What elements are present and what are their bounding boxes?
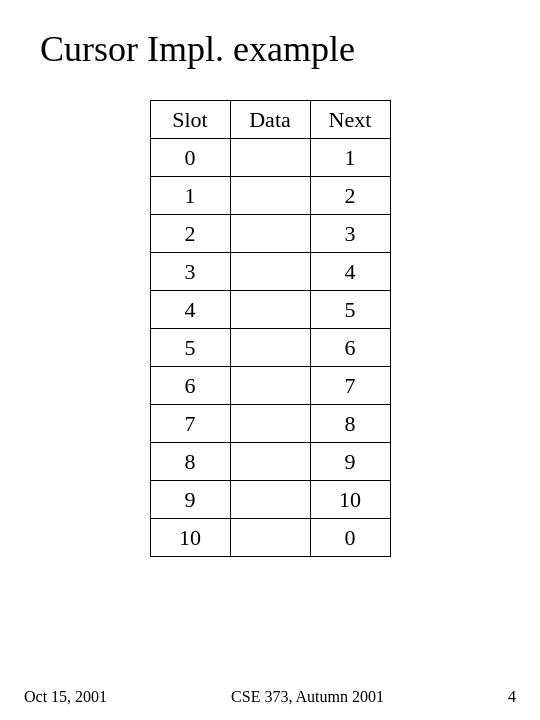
cell-slot-0: 0 xyxy=(150,139,230,177)
cell-slot-1: 1 xyxy=(150,177,230,215)
cell-next-9: 10 xyxy=(310,481,390,519)
cell-slot-10: 10 xyxy=(150,519,230,557)
cell-data-1 xyxy=(230,177,310,215)
cell-data-4 xyxy=(230,291,310,329)
cell-next-8: 9 xyxy=(310,443,390,481)
cursor-table: Slot Data Next 011223344556677889910100 xyxy=(150,100,391,557)
table-row: 78 xyxy=(150,405,390,443)
cell-next-3: 4 xyxy=(310,253,390,291)
col-header-data: Data xyxy=(230,101,310,139)
cell-data-0 xyxy=(230,139,310,177)
page-title: Cursor Impl. example xyxy=(0,0,540,90)
table-row: 01 xyxy=(150,139,390,177)
cell-data-7 xyxy=(230,405,310,443)
table-row: 67 xyxy=(150,367,390,405)
table-row: 45 xyxy=(150,291,390,329)
cell-slot-9: 9 xyxy=(150,481,230,519)
cell-next-10: 0 xyxy=(310,519,390,557)
cell-next-1: 2 xyxy=(310,177,390,215)
cell-data-5 xyxy=(230,329,310,367)
cell-data-3 xyxy=(230,253,310,291)
table-header-row: Slot Data Next xyxy=(150,101,390,139)
cell-next-5: 6 xyxy=(310,329,390,367)
cell-slot-4: 4 xyxy=(150,291,230,329)
cell-next-0: 1 xyxy=(310,139,390,177)
cell-data-8 xyxy=(230,443,310,481)
table-row: 12 xyxy=(150,177,390,215)
footer-date: Oct 15, 2001 xyxy=(24,688,107,706)
table-row: 100 xyxy=(150,519,390,557)
cell-data-6 xyxy=(230,367,310,405)
table-row: 89 xyxy=(150,443,390,481)
table-row: 23 xyxy=(150,215,390,253)
cell-data-2 xyxy=(230,215,310,253)
footer-course: CSE 373, Autumn 2001 xyxy=(231,688,384,706)
cell-next-6: 7 xyxy=(310,367,390,405)
cell-next-7: 8 xyxy=(310,405,390,443)
cell-slot-5: 5 xyxy=(150,329,230,367)
col-header-next: Next xyxy=(310,101,390,139)
footer: Oct 15, 2001 CSE 373, Autumn 2001 4 xyxy=(0,688,540,706)
footer-page: 4 xyxy=(508,688,516,706)
cell-slot-6: 6 xyxy=(150,367,230,405)
cell-data-10 xyxy=(230,519,310,557)
cell-slot-2: 2 xyxy=(150,215,230,253)
cell-next-4: 5 xyxy=(310,291,390,329)
cell-next-2: 3 xyxy=(310,215,390,253)
cell-slot-8: 8 xyxy=(150,443,230,481)
cell-data-9 xyxy=(230,481,310,519)
table-container: Slot Data Next 011223344556677889910100 xyxy=(0,90,540,557)
cell-slot-7: 7 xyxy=(150,405,230,443)
table-row: 34 xyxy=(150,253,390,291)
table-row: 56 xyxy=(150,329,390,367)
cell-slot-3: 3 xyxy=(150,253,230,291)
table-row: 910 xyxy=(150,481,390,519)
col-header-slot: Slot xyxy=(150,101,230,139)
